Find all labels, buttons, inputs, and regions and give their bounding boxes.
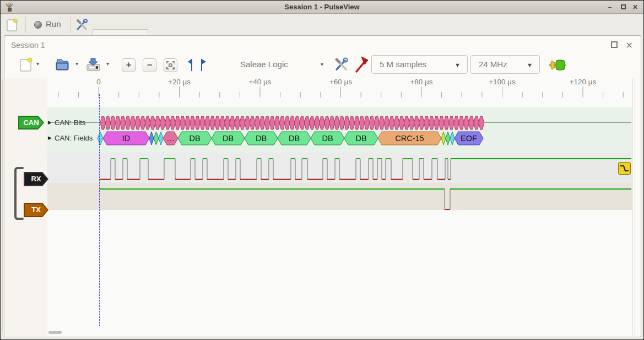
open-file-icon[interactable]: [55, 57, 70, 72]
run-icon: [34, 21, 42, 29]
session-panel-title: Session 1: [11, 41, 45, 50]
sample-count-select[interactable]: 5 M samples ▼: [371, 55, 468, 74]
row-label-can-fields: CAN: Fields: [55, 134, 93, 142]
device-select[interactable]: Saleae Logic: [240, 60, 288, 69]
zoom-fit-icon: [164, 59, 177, 72]
open-file-dropdown-caret[interactable]: ▾: [75, 61, 78, 67]
expander-can-fields[interactable]: ▶: [48, 135, 52, 141]
new-file-dropdown-caret[interactable]: ▾: [36, 61, 39, 67]
toolbar-separator: [70, 17, 71, 33]
save-icon[interactable]: [86, 57, 101, 72]
session-close-button[interactable]: ✕: [626, 40, 633, 51]
titlebar: Session 1 - PulseView – ✕: [1, 1, 643, 14]
trigger-flags-icon[interactable]: [188, 58, 207, 72]
horizontal-scrollbar-handle[interactable]: [48, 331, 62, 334]
expander-can-bits[interactable]: ▶: [48, 120, 52, 125]
zoom-fit-button[interactable]: [164, 58, 177, 72]
add-decoder-icon[interactable]: [548, 59, 567, 71]
sample-count-caret: ▼: [454, 56, 461, 74]
trigger-marker[interactable]: [618, 162, 631, 175]
close-button[interactable]: ✕: [630, 2, 640, 12]
zoom-out-button[interactable]: −: [143, 58, 156, 72]
decoder-row-background: [47, 107, 632, 153]
row-label-can-bits: CAN: Bits: [55, 118, 85, 127]
device-dropdown-caret[interactable]: ▾: [321, 61, 323, 67]
channel-probe-icon[interactable]: [354, 56, 369, 73]
maximize-button[interactable]: [618, 2, 628, 12]
trace-right-border-2: [635, 78, 635, 336]
time-cursor[interactable]: [99, 94, 100, 326]
new-session-icon[interactable]: [7, 18, 18, 32]
channel-tag-rx[interactable]: RX: [24, 172, 48, 186]
tx-row-background: [47, 183, 632, 210]
app-window: Session 1 - PulseView – ✕ Run Session 1 …: [0, 0, 644, 340]
minimize-button[interactable]: –: [605, 2, 615, 12]
main-toolbar: Run Session 1 ✕: [1, 14, 643, 35]
settings-tools-icon[interactable]: [75, 18, 89, 31]
toolbar-separator: [25, 17, 26, 33]
window-title: Session 1 - PulseView: [1, 3, 643, 11]
decoder-tag-can[interactable]: CAN: [18, 116, 44, 129]
maximize-icon: [621, 4, 626, 9]
session-restore-button[interactable]: [611, 41, 618, 48]
channel-tag-tx[interactable]: TX: [24, 203, 48, 217]
new-file-icon[interactable]: [20, 57, 33, 72]
vertical-scrollbar[interactable]: [2, 79, 4, 331]
sample-count-value: 5 M samples: [380, 60, 426, 69]
run-label: Run: [46, 19, 61, 29]
zoom-in-button[interactable]: +: [122, 58, 136, 72]
save-dropdown-caret[interactable]: ▾: [106, 61, 109, 67]
sample-rate-select[interactable]: 24 MHz ▼: [470, 55, 540, 74]
rx-row-background: [47, 153, 632, 183]
falling-edge-icon: [619, 163, 630, 174]
trace-right-border: [632, 78, 632, 336]
configure-device-icon[interactable]: [334, 57, 349, 72]
sample-rate-caret: ▼: [527, 56, 533, 74]
sample-rate-value: 24 MHz: [479, 60, 507, 69]
